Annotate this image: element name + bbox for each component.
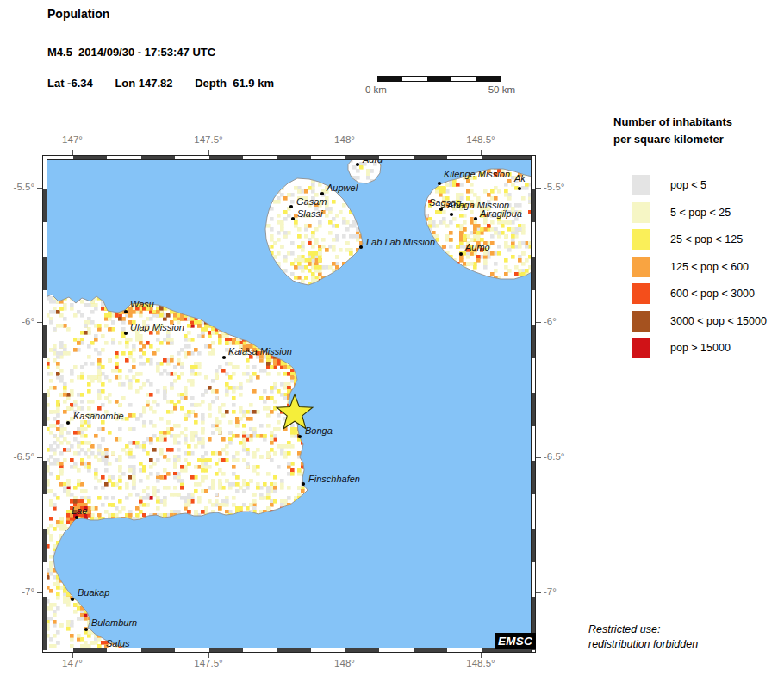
legend-item: pop > 15000 [613,338,781,358]
lon-label-bottom: 148.5° [466,658,495,668]
city-marker [298,435,302,438]
scale-end-label: 50 km [488,84,515,95]
city-label: Wasu [130,299,154,309]
scale-bar-segment [476,77,501,81]
event-latitude: Lat -6.34 [47,77,93,90]
map-scale-bar: 0 km 50 km [377,76,500,82]
scale-bar-segment [427,77,451,81]
legend-item-label: pop < 5 [670,179,706,191]
legend-item-label: 600 < pop < 3000 [670,288,755,300]
scale-bar-segment [378,77,402,81]
city-label: Aupwel [326,183,358,193]
city-marker [302,482,305,486]
lat-label-right: -6.5° [544,451,564,462]
event-longitude: Lon 147.82 [115,77,172,90]
city-label: Slassi [297,208,323,219]
city-marker [289,205,293,208]
legend-item: pop < 5 [613,175,781,195]
city-label: Lae [72,505,87,516]
city-label: Airagilpua [479,208,522,219]
lat-label-left: -6° [0,316,34,326]
city-label: Bonga [305,425,333,436]
city-marker [439,208,443,211]
lon-label-top: 148° [334,134,355,145]
legend-color-swatch [632,202,650,223]
city-label: Finschhafen [308,474,360,484]
city-marker [359,245,363,249]
lon-label-top: 147° [62,134,83,145]
event-depth: Depth 61.9 km [195,77,274,90]
legend-color-swatch [632,311,650,332]
map-frame-top [42,155,536,160]
city-label: Lab Lab Mission [366,237,435,247]
lat-tick-right [536,457,541,458]
lat-label-right: -6° [544,316,557,326]
city-marker [320,192,324,195]
city-marker [438,182,441,185]
scale-bar-segment [451,77,476,81]
city-label: Kilenge Mission [444,169,510,179]
legend-color-swatch [632,257,650,277]
city-marker [222,356,226,359]
city-label: Ulap Mission [130,322,184,332]
city-marker [124,310,128,313]
city-label: Buakap [78,587,109,598]
lat-label-right: -7° [544,586,557,597]
scale-start-label: 0 km [365,84,387,95]
city-marker [450,213,453,216]
legend-color-swatch [632,175,650,195]
legend-item: 3000 < pop < 15000 [613,311,781,332]
lon-label-top: 147.5° [194,134,222,145]
map-canvas: WasuUlap MissionKaiasa MissionKasanombeB… [42,155,536,653]
legend-color-swatch [632,229,650,250]
lon-label-bottom: 148° [334,658,355,668]
restricted-line2: redistribution forbidden [588,637,698,652]
city-marker [66,421,70,425]
legend-item-label: 25 < pop < 125 [670,233,743,245]
event-line-text: M4.5 2014/09/30 - 17:53:47 UTC [47,46,215,59]
legend-item: 600 < pop < 3000 [613,283,781,304]
lat-label-right: -5.5° [544,182,564,192]
event-magnitude-time: M4.5 2014/09/30 - 17:53:47 UTC [47,46,215,59]
legend-item: 125 < pop < 600 [613,257,781,277]
city-marker [459,252,463,256]
emsc-population-map-page: Population M4.5 2014/09/30 - 17:53:47 UT… [0,0,784,676]
map-frame-bottom [42,648,536,653]
population-map: WasuUlap MissionKaiasa MissionKasanombeB… [42,155,536,653]
city-marker [474,217,477,220]
lat-label-left: -6.5° [0,451,34,462]
scale-bar-segment [402,77,426,81]
legend-color-swatch [632,338,650,358]
lat-label-left: -7° [0,586,34,597]
legend-item-label: 125 < pop < 600 [670,261,749,273]
map-frame-right [531,155,536,653]
city-label: Gasam [296,196,327,207]
restricted-use-note: Restricted use: redistribution forbidden [588,623,698,651]
lon-label-bottom: 147° [62,658,83,668]
map-image: WasuUlap MissionKaiasa MissionKasanombeB… [42,155,536,653]
legend-item-label: 5 < pop < 25 [670,207,731,219]
restricted-line1: Restricted use: [588,623,698,637]
lon-label-top: 148.5° [466,134,495,145]
event-coordinates: Lat -6.34 Lon 147.82 Depth 61.9 km [47,77,293,90]
lat-tick-right [536,322,541,323]
legend-item-label: 3000 < pop < 15000 [670,315,767,327]
city-label: Bulamburn [91,617,137,628]
city-marker [291,217,295,220]
lat-tick-right [536,188,541,189]
legend-title-line1: Number of inhabitants [613,114,781,131]
emsc-logo: EMSC [495,633,536,649]
city-marker [75,516,78,519]
legend: Number of inhabitants per square kilomet… [613,114,781,365]
city-marker [356,163,359,166]
legend-title-line2: per square kilometer [613,131,781,148]
legend-item-label: pop > 15000 [670,342,731,354]
city-marker [84,628,88,631]
city-marker [518,187,521,190]
city-marker [71,598,74,601]
map-frame-left [42,155,47,653]
lat-tick-right [536,592,541,593]
page-title: Population [47,7,109,21]
legend-items: pop < 5 5 < pop < 25 25 < pop < 125 125 … [613,175,781,358]
legend-color-swatch [632,283,650,304]
